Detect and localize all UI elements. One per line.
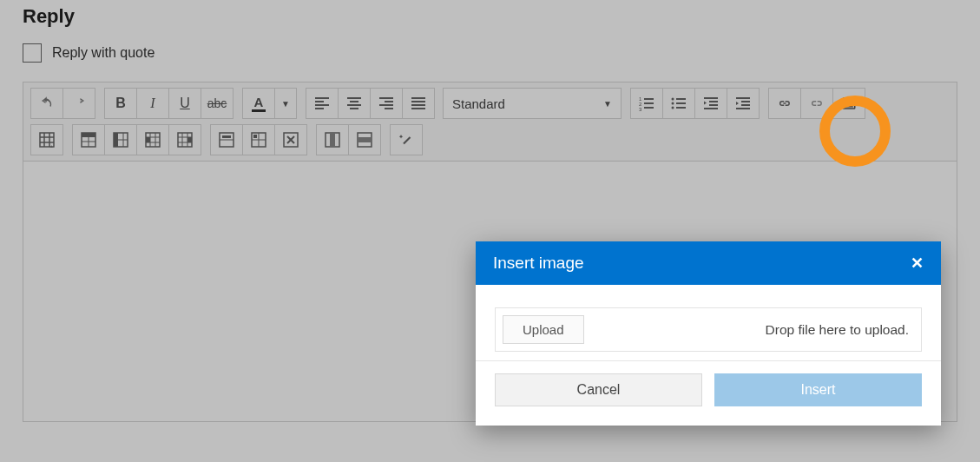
cancel-button[interactable]: Cancel <box>495 373 702 406</box>
svg-rect-24 <box>330 133 335 147</box>
table-delete-button[interactable] <box>274 124 307 155</box>
insert-button[interactable]: Insert <box>714 373 922 406</box>
chevron-down-icon: ▼ <box>281 99 290 109</box>
outdent-icon <box>703 96 719 111</box>
align-right-button[interactable] <box>370 88 403 119</box>
table-header-row-icon <box>81 132 96 148</box>
merge-cells-icon <box>219 132 234 148</box>
svg-rect-15 <box>146 137 150 142</box>
table-col-icon <box>325 132 340 148</box>
insert-image-dialog: Insert image ✕ Upload Drop file here to … <box>476 241 941 426</box>
bold-icon: B <box>115 96 126 111</box>
text-color-icon: A <box>252 96 266 112</box>
unordered-list-icon <box>671 96 687 111</box>
table-col-button[interactable] <box>316 124 349 155</box>
split-cells-icon <box>251 132 266 148</box>
svg-rect-26 <box>358 137 372 142</box>
underline-icon: U <box>180 96 190 111</box>
reply-with-quote-row: Reply with quote <box>23 43 957 63</box>
editor-toolbar: B I U abc A ▼ Stand <box>23 82 957 161</box>
underline-button[interactable]: U <box>168 88 201 119</box>
undo-button[interactable] <box>30 88 63 119</box>
page-title: Reply <box>23 5 957 28</box>
svg-rect-17 <box>187 137 192 142</box>
table-row-button[interactable] <box>348 124 381 155</box>
link-icon <box>777 96 793 111</box>
align-left-button[interactable] <box>306 88 339 119</box>
upload-button[interactable]: Upload <box>503 315 584 344</box>
svg-rect-13 <box>114 133 118 147</box>
italic-button[interactable]: I <box>136 88 169 119</box>
svg-point-7 <box>845 101 847 102</box>
ordered-list-button[interactable]: 123 <box>630 88 663 119</box>
table-col-header-button[interactable] <box>104 124 137 155</box>
dialog-footer: Cancel Insert <box>476 361 941 426</box>
redo-button[interactable] <box>62 88 95 119</box>
svg-point-4 <box>672 102 674 105</box>
drop-hint-text: Drop file here to upload. <box>766 322 909 338</box>
unlink-icon <box>809 96 825 111</box>
svg-point-5 <box>672 107 674 109</box>
text-color-dropdown[interactable]: ▼ <box>274 88 297 119</box>
align-center-icon <box>346 96 362 111</box>
undo-icon <box>39 96 55 111</box>
magic-wand-icon <box>398 132 414 148</box>
paragraph-format-select[interactable]: Standard ▼ <box>443 88 622 119</box>
paragraph-format-label: Standard <box>452 96 505 111</box>
table-cell-1-icon <box>145 132 161 148</box>
insert-image-button[interactable] <box>832 88 865 119</box>
indent-icon <box>735 96 751 111</box>
reply-with-quote-label: Reply with quote <box>52 45 155 61</box>
insert-button-label: Insert <box>800 382 835 398</box>
image-icon <box>841 96 857 111</box>
chevron-down-icon: ▼ <box>603 99 612 109</box>
table-split-button[interactable] <box>242 124 275 155</box>
dialog-header: Insert image ✕ <box>476 241 941 285</box>
bold-button[interactable]: B <box>104 88 137 119</box>
text-color-button[interactable]: A <box>242 88 275 119</box>
indent-button[interactable] <box>727 88 760 119</box>
upload-drop-zone[interactable]: Upload Drop file here to upload. <box>495 307 922 352</box>
svg-text:+: + <box>49 143 54 148</box>
link-button[interactable] <box>768 88 801 119</box>
svg-rect-19 <box>222 135 231 138</box>
table-header-col-icon <box>113 132 128 148</box>
close-icon: ✕ <box>911 254 924 272</box>
redo-icon <box>71 96 87 111</box>
table-row-icon <box>357 132 372 148</box>
cancel-button-label: Cancel <box>577 382 621 398</box>
table-cell-right-button[interactable] <box>168 124 201 155</box>
ordered-list-icon: 123 <box>639 96 654 111</box>
svg-rect-11 <box>82 133 95 137</box>
table-icon: + <box>39 132 55 148</box>
dialog-body: Upload Drop file here to upload. <box>476 285 941 361</box>
clear-formatting-button[interactable] <box>390 124 423 155</box>
svg-point-3 <box>672 98 674 101</box>
align-justify-icon <box>411 96 426 111</box>
svg-rect-21 <box>253 135 257 138</box>
unlink-button[interactable] <box>800 88 833 119</box>
table-cell-left-button[interactable] <box>136 124 169 155</box>
outdent-button[interactable] <box>694 88 727 119</box>
upload-button-label: Upload <box>523 322 564 337</box>
svg-text:3: 3 <box>639 107 642 111</box>
align-right-icon <box>378 96 394 111</box>
strikethrough-icon: abc <box>207 96 227 110</box>
italic-icon: I <box>150 96 155 111</box>
strikethrough-button[interactable]: abc <box>201 88 233 119</box>
table-row-header-button[interactable] <box>72 124 105 155</box>
align-center-button[interactable] <box>338 88 371 119</box>
delete-table-icon <box>283 132 299 148</box>
unordered-list-button[interactable] <box>662 88 695 119</box>
dialog-close-button[interactable]: ✕ <box>911 254 924 273</box>
dialog-title: Insert image <box>493 254 584 273</box>
table-merge-button[interactable] <box>210 124 243 155</box>
align-justify-button[interactable] <box>402 88 435 119</box>
align-left-icon <box>314 96 330 111</box>
insert-table-button[interactable]: + <box>30 124 63 155</box>
table-cell-2-icon <box>177 132 193 148</box>
reply-with-quote-checkbox[interactable] <box>23 43 42 63</box>
